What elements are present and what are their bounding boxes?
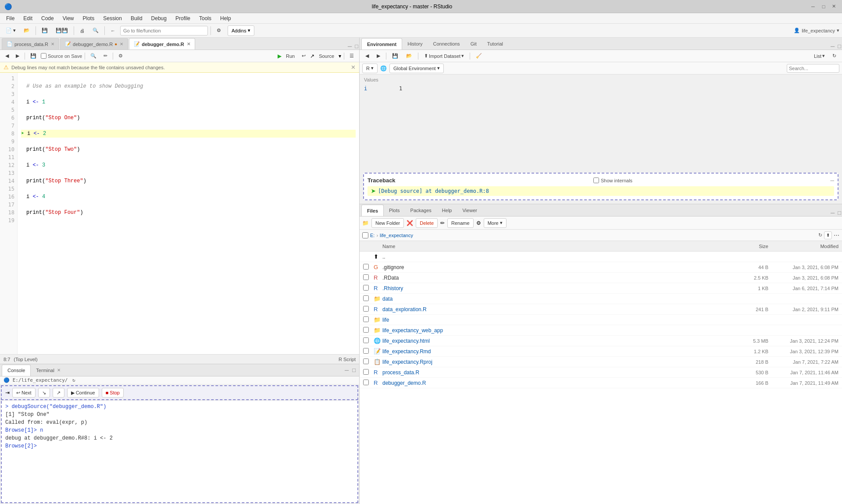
- env-back-btn[interactable]: ◀: [362, 52, 372, 60]
- console-maximize-btn[interactable]: □: [351, 367, 357, 373]
- file-row[interactable]: 📝 life_expectancy.Rmd 1.2 KB Jan 3, 2021…: [360, 346, 842, 357]
- menu-profile[interactable]: Profile: [172, 14, 194, 22]
- more-ed-button[interactable]: ☰: [347, 52, 357, 60]
- file-row[interactable]: 📋 life_expectancy.Rproj 218 B Jan 7, 202…: [360, 357, 842, 367]
- menu-build[interactable]: Build: [127, 14, 146, 22]
- files-sync-btn[interactable]: ⬆: [824, 231, 832, 239]
- env-forward-btn[interactable]: ▶: [374, 52, 383, 60]
- file-name[interactable]: life_expectancy_web_app: [382, 327, 733, 334]
- file-checkbox[interactable]: [363, 369, 374, 376]
- menu-code[interactable]: Code: [38, 14, 57, 22]
- file-name[interactable]: life: [382, 317, 733, 323]
- tab-help[interactable]: Help: [437, 205, 457, 216]
- file-name[interactable]: data: [382, 296, 733, 302]
- menu-plots[interactable]: Plots: [79, 14, 98, 22]
- file-checkbox[interactable]: [363, 306, 374, 313]
- file-checkbox[interactable]: [363, 358, 374, 366]
- path-drive[interactable]: E:: [370, 233, 375, 238]
- tab-close-debugger2[interactable]: ✕: [187, 42, 190, 46]
- env-minimize-btn[interactable]: ─: [830, 43, 835, 50]
- console-minimize-btn[interactable]: ─: [344, 367, 350, 373]
- save-button[interactable]: 💾: [39, 25, 51, 36]
- terminal-tab-close[interactable]: ✕: [57, 368, 61, 373]
- env-save-btn[interactable]: 💾: [389, 52, 401, 60]
- minimize-button[interactable]: ─: [810, 3, 817, 10]
- code-content[interactable]: # Use as an example to show Debuggingi <…: [18, 73, 359, 354]
- global-env-btn[interactable]: Global Environment ▾: [389, 64, 444, 73]
- file-row[interactable]: R debugger_demo.R 166 B Jan 7, 2021, 11:…: [360, 378, 842, 388]
- warning-close-button[interactable]: ✕: [351, 64, 356, 71]
- close-button[interactable]: ✕: [831, 3, 838, 10]
- tab-debugger-2[interactable]: 📝 debugger_demo.R ✕: [129, 38, 195, 50]
- files-minimize-btn[interactable]: ─: [830, 209, 835, 216]
- source-on-save-checkbox[interactable]: [41, 53, 46, 59]
- file-checkbox[interactable]: [363, 337, 374, 344]
- nav-back-ed-button[interactable]: ◀: [3, 52, 11, 60]
- file-name[interactable]: life_expectancy.html: [382, 338, 733, 344]
- console-refresh-icon[interactable]: ↻: [72, 377, 75, 383]
- file-checkbox[interactable]: [363, 348, 374, 355]
- rename-button[interactable]: Rename: [447, 218, 474, 228]
- tab-packages[interactable]: Packages: [405, 205, 437, 216]
- tab-environment[interactable]: Environment: [361, 38, 402, 50]
- file-row[interactable]: 📁 life_expectancy_web_app: [360, 325, 842, 336]
- tab-history[interactable]: History: [402, 38, 428, 50]
- file-checkbox[interactable]: [363, 295, 374, 302]
- debug-step-into-button[interactable]: ↘: [38, 388, 50, 398]
- window-controls[interactable]: ─ □ ✕: [810, 3, 838, 10]
- tab-terminal[interactable]: Terminal ✕: [31, 365, 66, 376]
- file-checkbox[interactable]: [363, 285, 374, 292]
- tab-viewer[interactable]: Viewer: [457, 205, 482, 216]
- r-version-btn[interactable]: R ▾: [362, 64, 378, 73]
- find-button[interactable]: 🔍: [89, 25, 102, 36]
- menu-session[interactable]: Session: [100, 14, 125, 22]
- file-name[interactable]: .gitignore: [382, 264, 733, 270]
- tab-tutorial[interactable]: Tutorial: [482, 38, 508, 50]
- console-content[interactable]: > debugSource("debugger_demo.R") [1] "St…: [1, 401, 358, 503]
- file-name[interactable]: data_exploration.R: [382, 306, 733, 312]
- menu-debug[interactable]: Debug: [148, 14, 170, 22]
- print-button[interactable]: 🖨: [77, 25, 88, 36]
- file-checkbox[interactable]: [363, 274, 374, 281]
- editor-maximize-btn[interactable]: □: [354, 43, 359, 50]
- search-ed-button[interactable]: 🔍: [88, 52, 99, 60]
- env-maximize-btn[interactable]: □: [837, 43, 842, 50]
- code-editor[interactable]: 12345678910111213141516171819 # Use as a…: [0, 73, 359, 354]
- file-name[interactable]: .RData: [382, 275, 733, 281]
- file-row[interactable]: ⬆ ..: [360, 252, 842, 262]
- maximize-button[interactable]: □: [820, 3, 827, 10]
- file-row[interactable]: 📁 data: [360, 294, 842, 304]
- files-maximize-btn[interactable]: □: [837, 209, 842, 216]
- path-folder[interactable]: life_expectancy: [380, 233, 413, 238]
- files-table[interactable]: Name Size Modified ⬆ .. G .gitignore 44 …: [360, 241, 842, 504]
- menu-edit[interactable]: Edit: [20, 14, 36, 22]
- new-file-button[interactable]: 📄▾: [3, 25, 19, 36]
- save-ed-button[interactable]: 💾: [28, 52, 39, 60]
- file-name[interactable]: ..: [382, 254, 733, 260]
- env-refresh-btn[interactable]: ↻: [829, 52, 839, 60]
- goto-input[interactable]: [120, 26, 208, 35]
- import-dataset-btn[interactable]: ⬆ Import Dataset ▾: [421, 52, 467, 60]
- tab-process-data[interactable]: 📄 process_data.R ✕: [2, 38, 59, 50]
- menu-file[interactable]: File: [3, 14, 18, 22]
- save-all-button[interactable]: 💾💾: [53, 25, 71, 36]
- file-checkbox[interactable]: [363, 264, 374, 271]
- env-search-input[interactable]: [787, 64, 839, 73]
- editor-minimize-btn[interactable]: ─: [347, 43, 353, 50]
- new-folder-button[interactable]: New Folder: [371, 218, 404, 228]
- code-tools-button[interactable]: ⚙: [116, 52, 125, 60]
- traceback-minimize-btn[interactable]: ─: [830, 177, 834, 184]
- tab-debugger-1[interactable]: 📝 debugger_demo.R ● ✕: [60, 38, 128, 50]
- file-checkbox[interactable]: [363, 380, 374, 387]
- file-name[interactable]: .Rhistory: [382, 285, 733, 291]
- tab-console[interactable]: Console: [2, 365, 31, 376]
- show-internals-checkbox[interactable]: [593, 177, 599, 183]
- file-row[interactable]: R .Rhistory 1 KB Jan 6, 2021, 7:14 PM: [360, 283, 842, 294]
- delete-button[interactable]: Delete: [416, 218, 438, 228]
- file-row[interactable]: R .RData 2.5 KB Jan 3, 2021, 6:08 PM: [360, 273, 842, 283]
- env-clear-btn[interactable]: 🧹: [473, 52, 485, 60]
- source-button[interactable]: Source: [316, 52, 337, 60]
- col-size[interactable]: Size: [733, 244, 768, 249]
- debug-next-button[interactable]: ↩ Next: [12, 388, 36, 398]
- file-row[interactable]: R data_exploration.R 241 B Jan 2, 2021, …: [360, 304, 842, 315]
